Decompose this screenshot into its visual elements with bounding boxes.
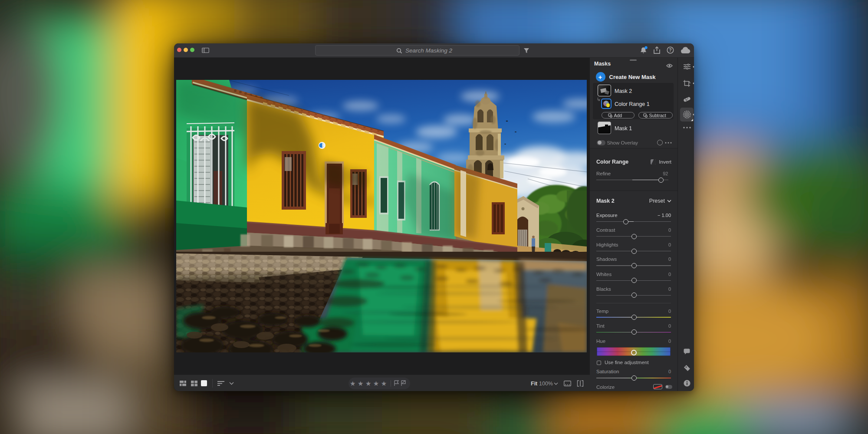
svg-text:?: ?: [669, 47, 671, 53]
